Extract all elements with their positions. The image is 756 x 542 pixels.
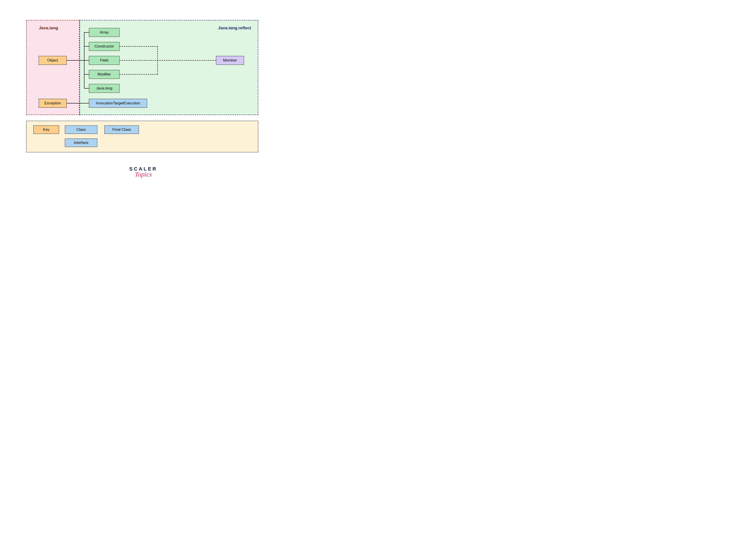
connector-branch-array: [84, 32, 89, 33]
connector-object-stem: [67, 60, 84, 61]
dash-constructor-right: [120, 46, 158, 47]
legend-class-box: Class: [65, 126, 97, 134]
array-box: Array: [89, 28, 120, 37]
connector-exception-invocation: [67, 103, 89, 104]
connector-branch-javalong: [84, 88, 89, 89]
legend-key-box: Key: [33, 126, 59, 134]
dash-modifier-right: [120, 74, 158, 75]
connector-branch-modifier: [84, 74, 89, 75]
logo-line2: Topics: [126, 171, 161, 178]
member-box: Member: [216, 56, 244, 65]
modifier-box: Modifier: [89, 70, 120, 79]
java-lang-label: Java.lang: [39, 26, 58, 30]
invocation-target-execution-box: InvocationTargetExecution: [89, 99, 147, 108]
constructor-box: Constructor: [89, 42, 120, 51]
javalong-box: Java.long: [89, 84, 120, 93]
scaler-topics-logo: SCALER Topics: [126, 167, 161, 178]
legend-final-class-box: Final Class: [104, 126, 139, 134]
dash-field-to-member: [120, 60, 216, 61]
field-box: Field: [89, 56, 120, 65]
exception-box: Exception: [39, 99, 67, 108]
object-box: Object: [39, 56, 67, 65]
legend-panel: [26, 121, 258, 152]
legend-interface-box: Interface: [65, 139, 97, 147]
connector-branch-constructor: [84, 46, 89, 47]
connector-branch-field: [84, 60, 89, 61]
java-lang-reflect-label: Java.lang.reflect: [218, 26, 251, 30]
